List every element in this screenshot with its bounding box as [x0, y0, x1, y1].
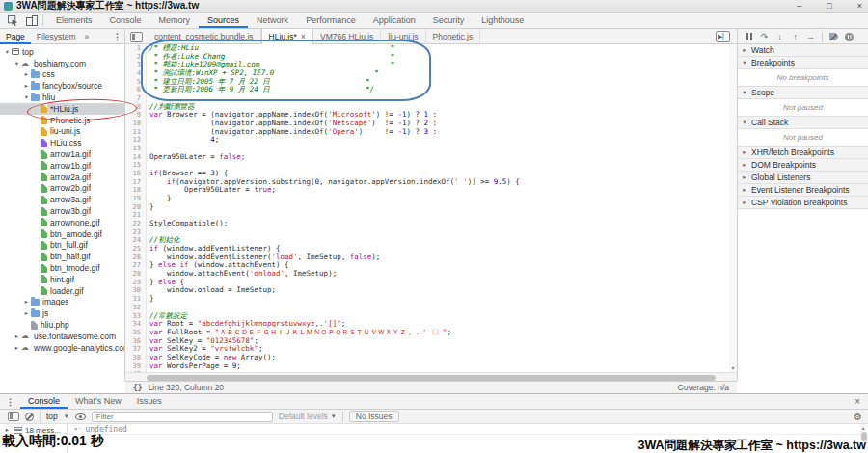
disclosure-arrow-icon[interactable]: ▸	[738, 173, 751, 181]
disclosure-arrow-icon[interactable]: ▾	[13, 60, 21, 67]
console-sidebar-messages-item[interactable]: ▸ 18 mess...	[0, 424, 67, 436]
tree-item-arrow3b-gif[interactable]: arrow3b.gif	[0, 205, 124, 217]
issues-counter-button[interactable]: No Issues	[349, 411, 399, 422]
devtools-tab-network[interactable]: Network	[248, 13, 297, 28]
editor-vertical-scrollbar[interactable]: ▾	[729, 44, 737, 372]
tree-item-images[interactable]: ▸images	[0, 297, 124, 308]
pretty-print-icon[interactable]: {}	[125, 384, 149, 392]
tree-item-js[interactable]: ▸js	[0, 307, 124, 319]
tree-item-loader-gif[interactable]: loader.gif	[0, 285, 124, 297]
devtools-tab-sources[interactable]: Sources	[199, 13, 248, 28]
disclosure-arrow-icon[interactable]: ▸	[13, 344, 21, 352]
debugger-section-global-listeners[interactable]: ▸Global Listeners	[738, 172, 868, 184]
tree-item-hint-gif[interactable]: hint.gif	[0, 274, 124, 285]
debugger-section-watch[interactable]: ▸Watch	[738, 44, 868, 57]
devtools-tab-lighthouse[interactable]: Lighthouse	[473, 13, 532, 28]
tree-item-btn-full-gif[interactable]: btn_full.gif	[0, 240, 124, 252]
debugger-section-call-stack[interactable]: ▾Call Stack	[738, 117, 868, 129]
scrollbar-thumb[interactable]	[147, 375, 716, 381]
editor-tab[interactable]: liu-uni.js	[381, 29, 425, 44]
debugger-section-scope[interactable]: ▾Scope	[738, 87, 868, 99]
debugger-section-breakpoints[interactable]: ▾Breakpoints	[738, 57, 868, 69]
pause-icon[interactable]	[743, 31, 755, 42]
editor-tab[interactable]: Phonetic.js	[426, 29, 481, 44]
devtools-tab-performance[interactable]: Performance	[297, 13, 365, 28]
disclosure-arrow-icon[interactable]: ▸	[738, 46, 751, 54]
drawer-kebab-icon[interactable]: ⋮	[0, 397, 20, 407]
scrollbar-thumb[interactable]	[861, 432, 867, 441]
inspect-element-icon[interactable]	[6, 14, 19, 27]
disclosure-arrow-icon[interactable]: ▸	[738, 186, 751, 194]
editor-horizontal-scrollbar[interactable]	[125, 372, 737, 381]
tree-item-btn-amode-gif[interactable]: btn_amode.gif	[0, 228, 124, 240]
devtools-tab-elements[interactable]: Elements	[47, 13, 101, 28]
tree-item--hliu-js[interactable]: *HLiu.js	[0, 103, 124, 115]
debugger-section-event-listener-breakpoints[interactable]: ▸Event Listener Breakpoints	[738, 184, 868, 197]
javascript-context-selector[interactable]: top	[46, 412, 58, 421]
disclosure-arrow-icon[interactable]: ▸	[738, 161, 751, 169]
debugger-section-csp-violation-breakpoints[interactable]: ▸CSP Violation Breakpoints	[738, 197, 868, 209]
disclosure-arrow-icon[interactable]: ▾	[3, 48, 12, 56]
disclosure-arrow-icon[interactable]: ▸	[22, 298, 31, 306]
expand-arrow-icon[interactable]: ▸	[3, 426, 12, 434]
disclosure-arrow-icon[interactable]: ▾	[738, 119, 751, 126]
drawer-tab-issues[interactable]: Issues	[129, 394, 170, 409]
step-out-icon[interactable]: ↑	[789, 31, 801, 42]
tree-item-arrow1b-gif[interactable]: arrow1b.gif	[0, 160, 124, 172]
navigator-tab-page[interactable]: Page	[0, 30, 31, 44]
tree-item-arrow3a-gif[interactable]: arrow3a.gif	[0, 194, 124, 205]
step-icon[interactable]: →	[804, 31, 817, 42]
deactivate-breakpoints-icon[interactable]	[827, 31, 840, 42]
code-editor[interactable]: 1/* 標題:HLiu *2 * 作者:Luke Chang *3 * 郵箱:L…	[125, 44, 737, 372]
console-filter-input[interactable]	[92, 412, 273, 422]
tree-item-arrow2b-gif[interactable]: arrow2b.gif	[0, 183, 124, 195]
scroll-down-arrow-icon[interactable]: ▾	[729, 364, 737, 371]
tree-item-hliu[interactable]: ▾hliu	[0, 92, 124, 103]
tree-item-hliu-css[interactable]: HLiu.css	[0, 137, 124, 148]
console-messages[interactable]: ◂· undefined >	[68, 424, 868, 453]
editor-tab[interactable]: HLiu.js*×	[261, 29, 314, 44]
step-into-icon[interactable]: ↓	[773, 31, 786, 42]
step-over-icon[interactable]: ↷	[758, 31, 771, 42]
console-prompt-row[interactable]: >	[68, 435, 868, 445]
disclosure-arrow-icon[interactable]: ▸	[22, 70, 31, 78]
drawer-tab-console[interactable]: Console	[20, 394, 68, 409]
console-settings-gear-icon[interactable]: ⚙	[854, 412, 862, 422]
disclosure-arrow-icon[interactable]: ▸	[13, 333, 21, 340]
tree-item-fancybox-source[interactable]: ▸fancybox/source	[0, 80, 124, 92]
disclosure-arrow-icon[interactable]: ▸	[22, 82, 31, 90]
console-sidebar-toggle-icon[interactable]	[8, 412, 19, 421]
disclosure-arrow-icon[interactable]: ▸	[22, 309, 31, 317]
live-expression-eye-icon[interactable]	[75, 413, 86, 420]
navigator-kebab-icon[interactable]: ⋮	[113, 32, 122, 41]
close-button[interactable]: ×	[857, 0, 862, 13]
tree-item-btn-tmode-gif[interactable]: btn_tmode.gif	[0, 262, 124, 274]
tree-item-css[interactable]: ▸css	[0, 69, 124, 81]
disclosure-arrow-icon[interactable]: ▾	[738, 59, 751, 67]
maximize-button[interactable]: □	[827, 0, 831, 13]
device-toolbar-icon[interactable]	[25, 14, 39, 27]
drawer-close-icon[interactable]: ×	[847, 396, 868, 407]
pause-on-exceptions-icon[interactable]	[843, 31, 855, 42]
disclosure-arrow-icon[interactable]: ▸	[738, 148, 751, 156]
devtools-tab-console[interactable]: Console	[101, 13, 150, 28]
devtools-tab-memory[interactable]: Memory	[150, 13, 200, 28]
debugger-sidebar-toggle-button[interactable]: ▶▏	[716, 31, 730, 42]
disclosure-arrow-icon[interactable]: ▾	[738, 89, 751, 96]
drawer-tab-what-s-new[interactable]: What's New	[68, 394, 129, 409]
tree-item-arrow1a-gif[interactable]: arrow1a.gif	[0, 148, 124, 160]
debugger-section-dom-breakpoints[interactable]: ▸DOM Breakpoints	[738, 159, 868, 172]
navigator-tab-filesystem[interactable]: Filesystem	[31, 30, 82, 44]
navigator-toggle-icon[interactable]	[130, 32, 143, 42]
tree-item-hliu-php[interactable]: hliu.php	[0, 319, 124, 331]
editor-tab[interactable]: content_cosmetic.bundle.js	[148, 29, 261, 44]
tree-item-arrow2a-gif[interactable]: arrow2a.gif	[0, 172, 124, 183]
disclosure-arrow-icon[interactable]: ▸	[738, 199, 751, 206]
minimize-button[interactable]: –	[797, 0, 801, 13]
tree-item-top[interactable]: ▾top	[0, 46, 124, 58]
devtools-tab-security[interactable]: Security	[424, 13, 474, 28]
tree-item-www-google-analytics-com[interactable]: ▸☁www.google-analytics.com	[0, 342, 124, 354]
navigator-overflow-chevron[interactable]: »	[81, 32, 92, 41]
debugger-section-xhr-fetch-breakpoints[interactable]: ▸XHR/fetch Breakpoints	[738, 147, 868, 159]
log-levels-dropdown[interactable]: Default levels▼	[279, 412, 337, 421]
